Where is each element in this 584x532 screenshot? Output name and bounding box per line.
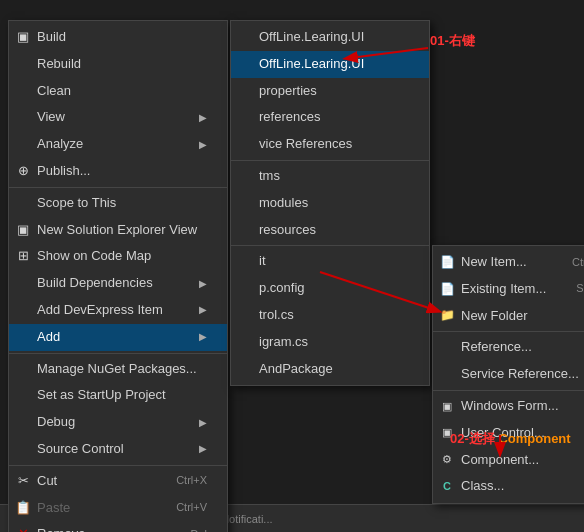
menu-item-nuget[interactable]: Manage NuGet Packages... — [9, 356, 227, 383]
menu-item-add[interactable]: Add ▶ — [9, 324, 227, 351]
cut-icon: ✂ — [14, 472, 32, 490]
menu-item-startup[interactable]: Set as StartUp Project — [9, 382, 227, 409]
add-class[interactable]: C Class... — [433, 473, 584, 500]
add-new-item[interactable]: 📄 New Item... Ctrl+Shift+A — [433, 249, 584, 276]
new-folder-icon: 📁 — [438, 307, 456, 325]
separator — [9, 353, 227, 354]
separator — [231, 160, 429, 161]
proj-item-andpackage[interactable]: AndPackage — [231, 356, 429, 383]
project-submenu[interactable]: OffLine.Learing.UI OffLine.Learing.UI pr… — [230, 20, 430, 386]
publish-icon: ⊕ — [14, 162, 32, 180]
menu-item-clean[interactable]: Clean — [9, 78, 227, 105]
add-service-ref[interactable]: Service Reference... — [433, 361, 584, 388]
proj-item-properties[interactable]: properties — [231, 78, 429, 105]
add-submenu[interactable]: 📄 New Item... Ctrl+Shift+A 📄 Existing It… — [432, 245, 584, 504]
arrow-icon: ▶ — [179, 415, 207, 431]
windows-form-icon: ▣ — [438, 397, 456, 415]
class-icon: C — [438, 478, 456, 496]
arrow-icon: ▶ — [179, 329, 207, 345]
proj-item-2[interactable]: OffLine.Learing.UI — [231, 51, 429, 78]
separator — [231, 245, 429, 246]
menu-item-new-sol[interactable]: ▣ New Solution Explorer View — [9, 217, 227, 244]
annotation-01: 01-右键 — [430, 32, 475, 50]
menu-item-debug[interactable]: Debug ▶ — [9, 409, 227, 436]
add-new-folder[interactable]: 📁 New Folder — [433, 303, 584, 330]
user-control-icon: ▣ — [438, 424, 456, 442]
main-context-menu[interactable]: ▣ Build Rebuild Clean View ▶ Analyze ▶ ⊕… — [8, 20, 228, 532]
proj-item-tms[interactable]: tms — [231, 163, 429, 190]
separator — [9, 187, 227, 188]
proj-item-modules[interactable]: modules — [231, 190, 429, 217]
arrow-icon: ▶ — [179, 441, 207, 457]
menu-item-rebuild[interactable]: Rebuild — [9, 51, 227, 78]
add-existing-item[interactable]: 📄 Existing Item... Shift+Alt+A — [433, 276, 584, 303]
arrow-icon: ▶ — [179, 302, 207, 318]
proj-item-it[interactable]: it — [231, 248, 429, 275]
menu-item-cut[interactable]: ✂ Cut Ctrl+X — [9, 468, 227, 495]
component-icon: ⚙ — [438, 451, 456, 469]
build-icon: ▣ — [14, 28, 32, 46]
proj-item-pconfig[interactable]: p.config — [231, 275, 429, 302]
arrow-icon: ▶ — [179, 276, 207, 292]
proj-item-resources[interactable]: resources — [231, 217, 429, 244]
new-item-icon: 📄 — [438, 253, 456, 271]
menu-item-view[interactable]: View ▶ — [9, 104, 227, 131]
remove-icon: ✕ — [14, 526, 32, 532]
existing-item-icon: 📄 — [438, 280, 456, 298]
menu-item-analyze[interactable]: Analyze ▶ — [9, 131, 227, 158]
arrow-icon: ▶ — [179, 110, 207, 126]
menu-item-publish[interactable]: ⊕ Publish... — [9, 158, 227, 185]
menu-item-remove[interactable]: ✕ Remove Del — [9, 521, 227, 532]
menu-item-scope[interactable]: Scope to This — [9, 190, 227, 217]
separator — [9, 465, 227, 466]
add-component[interactable]: ⚙ Component... — [433, 447, 584, 474]
separator — [433, 331, 584, 332]
proj-item-references[interactable]: references — [231, 104, 429, 131]
menu-item-build-dep[interactable]: Build Dependencies ▶ — [9, 270, 227, 297]
paste-icon: 📋 — [14, 499, 32, 517]
proj-item-vice-ref[interactable]: vice References — [231, 131, 429, 158]
proj-item-1[interactable]: OffLine.Learing.UI — [231, 24, 429, 51]
proj-item-trolcs[interactable]: trol.cs — [231, 302, 429, 329]
add-windows-form[interactable]: ▣ Windows Form... — [433, 393, 584, 420]
add-user-control[interactable]: ▣ User Control... — [433, 420, 584, 447]
code-map-icon: ⊞ — [14, 248, 32, 266]
separator — [433, 390, 584, 391]
add-reference[interactable]: Reference... — [433, 334, 584, 361]
menu-item-paste[interactable]: 📋 Paste Ctrl+V — [9, 495, 227, 522]
arrow-icon: ▶ — [179, 137, 207, 153]
new-sol-icon: ▣ — [14, 221, 32, 239]
menu-item-add-dev[interactable]: Add DevExpress Item ▶ — [9, 297, 227, 324]
proj-item-igramcs[interactable]: igram.cs — [231, 329, 429, 356]
menu-item-code-map[interactable]: ⊞ Show on Code Map — [9, 243, 227, 270]
menu-item-source[interactable]: Source Control ▶ — [9, 436, 227, 463]
menu-item-build[interactable]: ▣ Build — [9, 24, 227, 51]
